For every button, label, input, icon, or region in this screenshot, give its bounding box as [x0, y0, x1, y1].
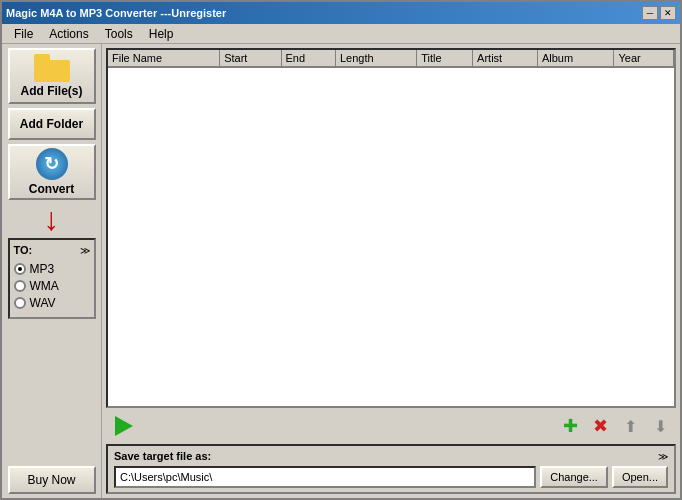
window-controls: ─ ✕ — [642, 6, 676, 20]
minimize-button[interactable]: ─ — [642, 6, 658, 20]
save-collapse-icon[interactable]: ≫ — [658, 451, 668, 462]
add-files-button[interactable]: Add File(s) — [8, 48, 96, 104]
add-folder-button[interactable]: Add Folder — [8, 108, 96, 140]
buy-now-label: Buy Now — [27, 473, 75, 487]
right-panel: File Name Start End Length Title Artist … — [102, 44, 680, 498]
col-filename: File Name — [108, 50, 220, 67]
to-section: TO: ≫ MP3 WMA WAV — [8, 238, 96, 319]
convert-button[interactable]: Convert — [8, 144, 96, 200]
move-down-button[interactable]: ⬇ — [648, 414, 672, 438]
to-label: TO: — [14, 244, 33, 256]
add-files-label: Add File(s) — [21, 84, 83, 98]
convert-icon — [36, 148, 68, 180]
table-header-row: File Name Start End Length Title Artist … — [108, 50, 674, 67]
sidebar: Add File(s) Add Folder Convert ↓ TO: ≫ — [2, 44, 102, 498]
format-wma-item[interactable]: WMA — [14, 279, 90, 293]
title-bar: Magic M4A to MP3 Converter ---Unregister… — [2, 2, 680, 24]
toolbar-icons: ✚ ✖ ⬆ ⬇ — [558, 414, 672, 438]
save-header: Save target file as: ≫ — [114, 450, 668, 462]
file-table: File Name Start End Length Title Artist … — [108, 50, 674, 68]
menu-bar: File Actions Tools Help — [2, 24, 680, 44]
file-table-container: File Name Start End Length Title Artist … — [106, 48, 676, 408]
menu-actions[interactable]: Actions — [41, 25, 96, 43]
wma-radio[interactable] — [14, 280, 26, 292]
col-album: Album — [537, 50, 614, 67]
delete-item-button[interactable]: ✖ — [588, 414, 612, 438]
col-title: Title — [417, 50, 473, 67]
change-label: Change... — [550, 471, 598, 483]
mp3-label: MP3 — [30, 262, 55, 276]
to-header: TO: ≫ — [14, 244, 90, 256]
format-wav-item[interactable]: WAV — [14, 296, 90, 310]
col-end: End — [281, 50, 335, 67]
change-button[interactable]: Change... — [540, 466, 608, 488]
col-start: Start — [220, 50, 281, 67]
save-label: Save target file as: — [114, 450, 211, 462]
close-button[interactable]: ✕ — [660, 6, 676, 20]
save-path-input[interactable] — [114, 466, 536, 488]
open-button[interactable]: Open... — [612, 466, 668, 488]
play-button[interactable] — [110, 412, 138, 440]
wma-label: WMA — [30, 279, 59, 293]
to-collapse-icon[interactable]: ≫ — [80, 245, 90, 256]
open-label: Open... — [622, 471, 658, 483]
mp3-radio[interactable] — [14, 263, 26, 275]
wav-radio[interactable] — [14, 297, 26, 309]
col-artist: Artist — [473, 50, 538, 67]
menu-help[interactable]: Help — [141, 25, 182, 43]
buy-now-button[interactable]: Buy Now — [8, 466, 96, 494]
format-mp3-item[interactable]: MP3 — [14, 262, 90, 276]
folder-icon — [34, 54, 70, 82]
convert-label: Convert — [29, 182, 74, 196]
menu-file[interactable]: File — [6, 25, 41, 43]
save-section: Save target file as: ≫ Change... Open... — [106, 444, 676, 494]
add-item-button[interactable]: ✚ — [558, 414, 582, 438]
save-row: Change... Open... — [114, 466, 668, 488]
main-window: Magic M4A to MP3 Converter ---Unregister… — [0, 0, 682, 500]
arrow-down-indicator: ↓ — [44, 204, 60, 234]
add-folder-label: Add Folder — [20, 117, 83, 131]
menu-tools[interactable]: Tools — [97, 25, 141, 43]
move-up-button[interactable]: ⬆ — [618, 414, 642, 438]
wav-label: WAV — [30, 296, 56, 310]
col-length: Length — [335, 50, 416, 67]
play-icon — [115, 416, 133, 436]
main-content: Add File(s) Add Folder Convert ↓ TO: ≫ — [2, 44, 680, 498]
window-title: Magic M4A to MP3 Converter ---Unregister — [6, 7, 226, 19]
col-year: Year — [614, 50, 674, 67]
toolbar-row: ✚ ✖ ⬆ ⬇ — [106, 408, 676, 444]
